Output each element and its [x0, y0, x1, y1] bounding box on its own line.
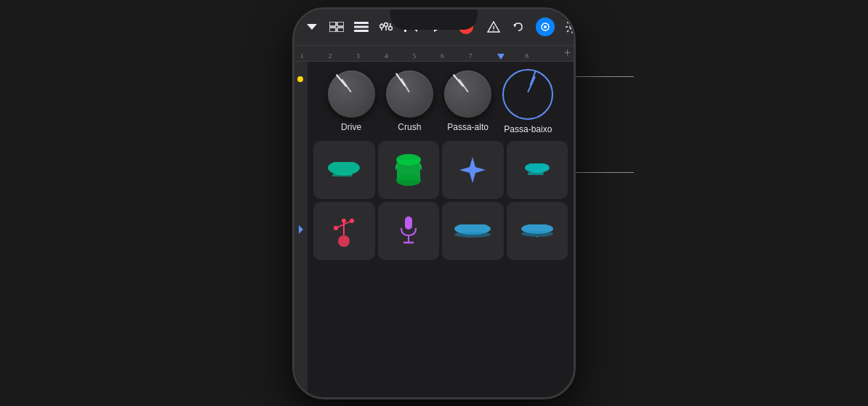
svg-rect-3	[329, 28, 336, 32]
ruler-mark-2: 2	[329, 52, 357, 60]
pad-spark[interactable]	[442, 141, 504, 199]
svg-rect-27	[332, 174, 353, 176]
toolbar-right	[510, 17, 574, 36]
knob-passa-alto-label: Passa-alto	[447, 122, 489, 132]
svg-point-33	[525, 163, 550, 173]
ruler-mark-5: 5	[413, 52, 441, 60]
phone-frame: 1 2 3 4 5 6 7 8 +	[292, 7, 576, 399]
cymbal2-icon	[520, 224, 555, 237]
ruler-mark-playhead	[497, 52, 526, 60]
ruler: 1 2 3 4 5 6 7 8 +	[294, 46, 574, 62]
knob-crush-label: Crush	[398, 122, 421, 132]
svg-rect-1	[329, 22, 336, 26]
left-edge	[294, 62, 308, 397]
drum-icon	[395, 154, 422, 186]
pad-drum[interactable]	[378, 141, 440, 199]
side-button	[574, 111, 576, 147]
svg-rect-34	[528, 172, 544, 175]
svg-line-32	[420, 164, 422, 170]
knob-passa-baixo[interactable]	[502, 69, 553, 120]
svg-rect-2	[337, 22, 344, 26]
knob-passa-alto-indicator	[458, 78, 468, 92]
scene: 1 2 3 4 5 6 7 8 +	[216, 7, 652, 399]
knob-passa-baixo-label: Passa-baixo	[504, 124, 552, 134]
svg-rect-5	[354, 22, 369, 24]
dropdown-icon[interactable]	[303, 18, 321, 36]
ruler-mark-4: 4	[385, 52, 413, 60]
pad-cymbal[interactable]	[442, 202, 504, 260]
svg-point-11	[380, 25, 384, 28]
svg-point-13	[389, 27, 393, 31]
knob-drive-container: Drive	[328, 70, 375, 132]
left-dot	[297, 76, 303, 82]
svg-point-45	[454, 232, 491, 237]
svg-rect-4	[337, 28, 344, 32]
alert-button[interactable]	[485, 18, 502, 36]
knob-passa-baixo-container: Passa-baixo	[502, 69, 553, 134]
smart-controls-button[interactable]	[536, 17, 555, 36]
svg-point-35	[338, 235, 350, 247]
pad-bowl-small[interactable]	[507, 141, 568, 199]
knobs-row: Drive Crush Passa-alto	[308, 62, 574, 138]
ruler-mark-6: 6	[441, 52, 469, 60]
knob-crush[interactable]	[386, 70, 433, 118]
svg-point-23	[570, 25, 574, 29]
antenna-icon	[330, 215, 358, 247]
svg-point-30	[396, 174, 421, 186]
pads-row-2	[313, 202, 568, 260]
svg-marker-24	[497, 54, 505, 60]
phone-content: 1 2 3 4 5 6 7 8 +	[294, 9, 574, 397]
knob-passa-alto[interactable]	[444, 70, 491, 118]
svg-point-26	[328, 162, 360, 175]
bowl-small-icon	[523, 163, 551, 176]
left-arrow[interactable]	[295, 215, 307, 244]
pad-bowl-large[interactable]	[313, 141, 375, 199]
ruler-mark-3: 3	[356, 52, 385, 60]
notch	[390, 9, 478, 30]
svg-rect-7	[354, 30, 369, 32]
svg-marker-0	[307, 24, 317, 30]
undo-button[interactable]	[510, 18, 527, 36]
ruler-mark-1: 1	[300, 52, 329, 60]
knob-passa-baixo-indicator	[527, 76, 536, 92]
knob-passa-alto-container: Passa-alto	[444, 70, 491, 132]
ruler-marks: 1 2 3 4 5 6 7 8	[300, 46, 553, 61]
settings-button[interactable]	[563, 18, 574, 36]
svg-point-39	[350, 219, 354, 223]
layout1-icon[interactable]	[328, 18, 345, 36]
ruler-mark-7: 7	[469, 52, 497, 60]
svg-point-19	[493, 30, 494, 31]
pads-row-1	[313, 141, 568, 199]
ruler-add-button[interactable]: +	[564, 46, 571, 60]
list-icon[interactable]	[353, 18, 370, 36]
svg-point-48	[521, 231, 553, 237]
pads-section	[308, 141, 574, 260]
knob-drive[interactable]	[328, 70, 375, 118]
mic-icon	[398, 215, 419, 247]
knob-drive-label: Drive	[341, 122, 361, 132]
knob-drive-indicator	[342, 78, 352, 92]
svg-line-31	[395, 164, 397, 170]
pad-mic[interactable]	[378, 202, 440, 260]
pad-antenna[interactable]	[313, 202, 375, 260]
knob-crush-container: Crush	[386, 70, 433, 132]
main-content: Drive Crush Passa-alto	[294, 62, 574, 397]
spark-icon	[458, 155, 487, 184]
ruler-mark-8: 8	[525, 52, 553, 60]
svg-marker-25	[299, 225, 303, 234]
svg-rect-6	[354, 26, 369, 28]
svg-point-12	[385, 23, 388, 27]
svg-point-22	[544, 25, 547, 28]
cymbal-icon	[453, 224, 492, 237]
pad-cymbal2[interactable]	[507, 202, 568, 260]
svg-point-40	[342, 219, 346, 223]
svg-rect-41	[405, 216, 412, 230]
main-panel: Drive Crush Passa-alto	[308, 62, 574, 397]
knob-crush-indicator	[401, 78, 411, 92]
toolbar-left	[303, 18, 395, 36]
svg-point-38	[334, 226, 338, 230]
bowl-large-icon	[326, 162, 361, 178]
